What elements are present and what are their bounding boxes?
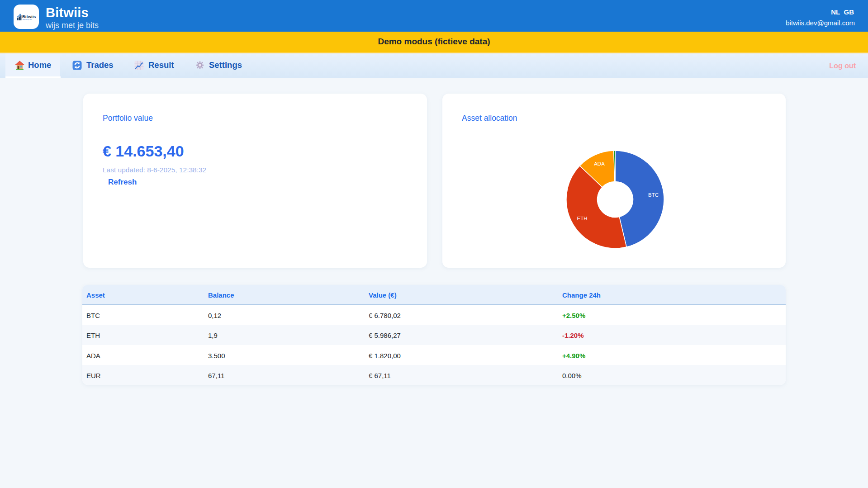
svg-text:wijs met je bits: wijs met je bits: [23, 19, 32, 20]
svg-text:ETH: ETH: [577, 216, 588, 221]
svg-text:BTC: BTC: [648, 192, 659, 198]
svg-text:ADA: ADA: [594, 161, 605, 166]
